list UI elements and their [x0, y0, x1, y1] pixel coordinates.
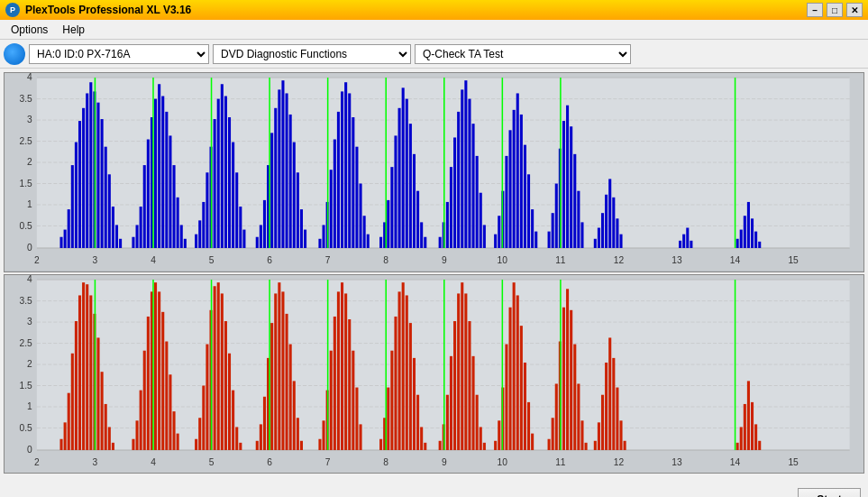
svg-rect-331	[552, 418, 554, 450]
svg-text:8: 8	[383, 255, 388, 265]
svg-rect-87	[270, 133, 273, 248]
svg-rect-311	[464, 293, 467, 450]
svg-rect-47	[108, 174, 111, 248]
svg-rect-350	[624, 440, 626, 449]
svg-rect-142	[498, 216, 500, 248]
svg-text:7: 7	[325, 457, 331, 467]
maximize-button[interactable]: □	[827, 3, 843, 17]
svg-rect-98	[318, 239, 321, 248]
title-bar: P PlexTools Professional XL V3.16 – □ ✕	[0, 0, 868, 20]
svg-rect-105	[344, 82, 347, 248]
svg-rect-42	[89, 82, 92, 248]
svg-text:0.5: 0.5	[19, 221, 32, 231]
title-bar-controls[interactable]: – □ ✕	[807, 3, 863, 17]
svg-rect-312	[468, 321, 471, 450]
svg-text:10: 10	[498, 457, 508, 467]
svg-rect-116	[390, 167, 393, 248]
svg-rect-263	[256, 440, 259, 449]
svg-rect-106	[348, 93, 351, 248]
svg-rect-56	[147, 140, 150, 248]
svg-rect-166	[598, 228, 600, 248]
svg-rect-342	[594, 440, 597, 449]
device-icon	[4, 43, 25, 65]
close-button[interactable]: ✕	[846, 3, 863, 17]
svg-rect-109	[359, 184, 361, 248]
svg-rect-313	[472, 355, 475, 449]
svg-text:9: 9	[442, 457, 447, 467]
test-select[interactable]: Q-Check TA Test	[415, 44, 631, 64]
svg-rect-321	[505, 344, 507, 449]
start-button[interactable]: Start	[798, 488, 861, 497]
svg-rect-347	[612, 357, 615, 449]
svg-rect-152	[535, 232, 537, 248]
svg-rect-120	[406, 99, 408, 248]
svg-rect-287	[355, 387, 358, 449]
svg-rect-354	[747, 381, 750, 450]
svg-rect-225	[82, 282, 85, 450]
svg-rect-285	[348, 319, 351, 450]
svg-text:0.5: 0.5	[19, 422, 32, 432]
svg-rect-307	[450, 355, 452, 449]
svg-rect-288	[359, 424, 361, 450]
svg-rect-137	[476, 156, 479, 248]
svg-rect-150	[527, 174, 530, 248]
svg-rect-239	[147, 316, 150, 449]
svg-rect-147	[516, 93, 519, 248]
svg-rect-34	[59, 237, 62, 248]
svg-rect-340	[585, 442, 588, 449]
svg-rect-332	[555, 383, 558, 450]
svg-rect-265	[263, 396, 266, 449]
svg-rect-146	[513, 110, 516, 248]
svg-rect-235	[132, 438, 134, 449]
device-select[interactable]: HA:0 ID:0 PX-716A	[29, 44, 209, 64]
svg-rect-155	[552, 213, 554, 248]
svg-rect-129	[446, 202, 449, 248]
svg-rect-83	[256, 237, 259, 248]
svg-text:3.5: 3.5	[19, 94, 32, 104]
svg-rect-79	[235, 172, 238, 248]
svg-rect-290	[379, 438, 382, 449]
svg-rect-247	[177, 433, 179, 449]
svg-rect-71	[206, 172, 208, 248]
svg-text:14: 14	[730, 457, 741, 467]
svg-rect-85	[263, 200, 266, 248]
svg-rect-227	[89, 295, 92, 450]
svg-rect-151	[531, 209, 534, 248]
svg-rect-41	[86, 93, 88, 248]
svg-rect-89	[278, 89, 280, 248]
svg-rect-52	[132, 237, 134, 248]
svg-rect-78	[232, 143, 234, 248]
svg-rect-336	[570, 309, 572, 449]
svg-rect-62	[169, 135, 171, 248]
svg-rect-55	[143, 165, 146, 248]
svg-rect-121	[409, 124, 412, 248]
svg-text:4: 4	[27, 73, 32, 82]
svg-rect-111	[367, 235, 370, 248]
svg-rect-63	[173, 165, 176, 248]
svg-rect-154	[548, 232, 551, 248]
menu-options[interactable]: Options	[4, 22, 55, 38]
svg-rect-269	[278, 282, 280, 450]
svg-rect-160	[570, 126, 572, 248]
function-select[interactable]: DVD Diagnostic Functions	[213, 44, 411, 64]
svg-rect-328	[531, 433, 534, 449]
svg-rect-73	[214, 119, 216, 248]
svg-rect-183	[758, 242, 761, 248]
svg-text:3.5: 3.5	[19, 295, 32, 305]
svg-rect-133	[461, 89, 463, 248]
svg-rect-243	[161, 311, 164, 449]
svg-text:4: 4	[151, 457, 156, 467]
svg-text:13: 13	[672, 255, 682, 265]
svg-rect-122	[413, 154, 416, 248]
svg-rect-118	[398, 108, 401, 248]
svg-text:10: 10	[498, 255, 508, 265]
minimize-button[interactable]: –	[807, 3, 823, 17]
svg-rect-319	[498, 420, 500, 450]
menu-help[interactable]: Help	[55, 22, 92, 38]
svg-rect-165	[594, 239, 597, 248]
svg-rect-168	[605, 195, 608, 248]
svg-text:2.5: 2.5	[19, 136, 32, 146]
svg-rect-351	[736, 442, 739, 449]
svg-rect-274	[297, 418, 299, 450]
svg-rect-327	[527, 401, 530, 449]
